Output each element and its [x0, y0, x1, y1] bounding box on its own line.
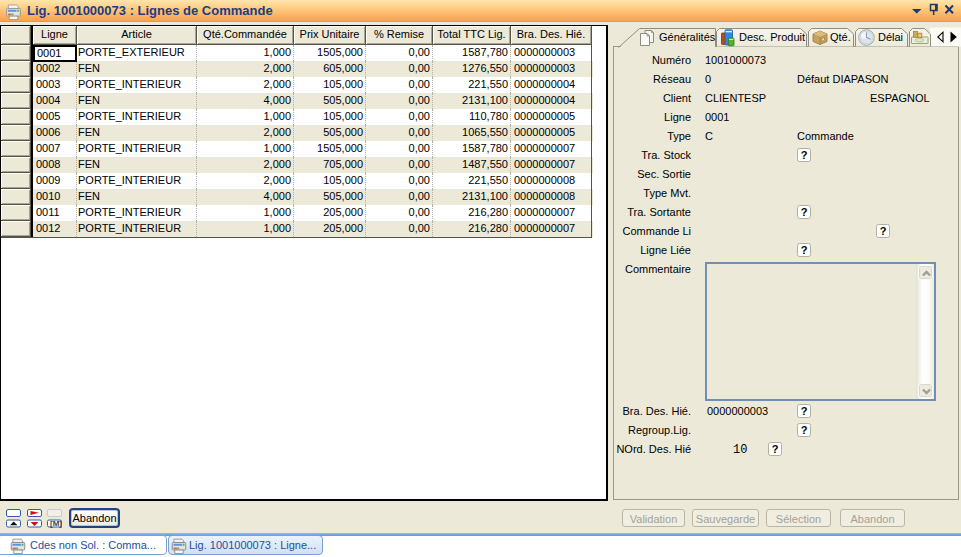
- svg-text:[M]: [M]: [50, 519, 62, 528]
